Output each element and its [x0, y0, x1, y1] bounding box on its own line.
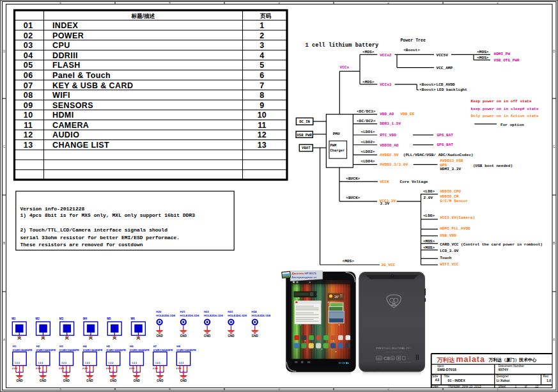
svg-text:For option: For option — [500, 123, 524, 127]
svg-text:CPU: CPU — [52, 41, 70, 50]
svg-text:VCC5V: VCC5V — [437, 53, 449, 58]
svg-text:HOLE2D6-1D8: HOLE2D6-1D8 — [204, 314, 223, 317]
svg-text:<MOS>: <MOS> — [423, 246, 435, 250]
svg-text:07: 07 — [24, 81, 33, 90]
svg-text:GND: GND — [180, 379, 187, 382]
svg-text:5: 5 — [260, 61, 264, 70]
svg-text:Sheet: Sheet — [498, 385, 506, 388]
svg-text:P P P: P P P — [153, 368, 159, 370]
svg-text:1 2 3: 1 2 3 — [109, 362, 114, 365]
svg-text:GND: GND — [16, 379, 23, 382]
svg-text:Rev: Rev — [543, 375, 549, 378]
svg-text:04: 04 — [24, 51, 33, 60]
svg-text:05: 05 — [24, 61, 33, 70]
svg-text:M6: M6 — [131, 317, 136, 320]
svg-text:serial 33ohm resistor for bett: serial 33ohm resistor for better EMI/ESD… — [20, 235, 180, 240]
svg-text:keep power on in sleep# state: keep power on in sleep# state — [471, 107, 539, 111]
svg-text:GND: GND — [86, 379, 93, 382]
svg-text:GND: GND — [204, 334, 211, 338]
svg-text:12: 12 — [24, 130, 33, 139]
svg-text:HOLE2D6-1D8: HOLE2D6-1D8 — [228, 314, 247, 317]
svg-text:HOLE2D6-1D8: HOLE2D6-1D8 — [252, 314, 271, 317]
svg-text:1 2 3: 1 2 3 — [155, 362, 160, 365]
svg-text:USB_OTG_PWR: USB_OTG_PWR — [494, 58, 520, 63]
svg-text:06: 06 — [24, 71, 33, 80]
svg-text:VDD_AO: VDD_AO — [380, 112, 394, 116]
svg-text:Li Xuhui: Li Xuhui — [497, 379, 510, 382]
svg-text:LCD_3.0V: LCD_3.0V — [440, 249, 459, 253]
svg-text:01 - INDEX: 01 - INDEX — [448, 379, 466, 382]
svg-text:(Control the card power in rom: (Control the card power in romboot) — [461, 242, 543, 247]
svg-text:B: B — [3, 242, 5, 245]
svg-text:1 2 3: 1 2 3 — [179, 362, 184, 365]
svg-text:H8: H8 — [176, 345, 180, 348]
svg-text:H3: H3 — [59, 345, 63, 348]
svg-text:These resistors are removed fo: These resistors are removed for costdown — [20, 242, 143, 247]
svg-text:11: 11 — [24, 121, 33, 130]
svg-text:PWM: PWM — [330, 144, 337, 148]
svg-text:CARD_VCC: CARD_VCC — [440, 242, 459, 247]
svg-text:E: E — [392, 357, 394, 360]
svg-text:H1: H1 — [13, 345, 17, 348]
svg-text:1: 1 — [515, 385, 516, 388]
svg-text:KEY & USB & CARD: KEY & USB & CARD — [52, 81, 133, 90]
svg-text:01: 01 — [24, 21, 33, 30]
svg-text:Core Voltage: Core Voltage — [400, 180, 428, 184]
svg-text:<MOS>: <MOS> — [477, 50, 489, 54]
svg-text:H4: H4 — [83, 345, 87, 348]
svg-text:HDMI_PLL_AVDD: HDMI_PLL_AVDD — [440, 226, 470, 231]
svg-text:VCCx3: VCCx3 — [380, 82, 392, 87]
svg-text:FLASH: FLASH — [52, 61, 81, 70]
svg-text:Only power on in Active state: Only power on in Active state — [471, 114, 539, 118]
svg-text:页码: 页码 — [260, 13, 272, 19]
svg-text:3G_VCC: 3G_VCC — [381, 263, 395, 267]
svg-text:GND: GND — [63, 379, 70, 382]
svg-text:VCCx2: VCCx2 — [380, 53, 392, 58]
svg-text:P P P: P P P — [59, 368, 65, 370]
svg-text:GPS_BAT: GPS_BAT — [437, 133, 453, 137]
svg-text:M2: M2 — [36, 317, 40, 320]
svg-text:<DC/DC2>: <DC/DC2> — [357, 119, 376, 123]
svg-text:HOLE2D6-1D8: HOLE2D6-1D8 — [156, 314, 175, 317]
svg-text:<Boost>: <Boost> — [419, 88, 436, 92]
svg-text:P P P: P P P — [130, 368, 136, 370]
svg-text:1.0: 1.0 — [546, 379, 551, 382]
svg-text:SER: SER — [377, 357, 382, 360]
svg-text:A: A — [3, 338, 5, 341]
svg-text:DDRIII: DDRIII — [52, 51, 78, 60]
svg-text:6: 6 — [260, 71, 264, 80]
svg-text:<MOS>: <MOS> — [343, 259, 355, 263]
svg-text:P P P: P P P — [82, 368, 88, 370]
svg-text:VDDIO_CPU: VDDIO_CPU — [440, 189, 461, 194]
svg-text:3.3V: 3.3V — [380, 201, 390, 206]
svg-text:9: 9 — [260, 101, 264, 110]
svg-text:GND: GND — [110, 379, 117, 382]
svg-text:H22: H22 — [204, 310, 210, 313]
svg-text:malata: malata — [456, 355, 485, 364]
svg-text:VCC_AMP: VCC_AMP — [437, 66, 453, 70]
svg-text:<MOS>: <MOS> — [477, 56, 489, 60]
svg-text:HDMI_PW: HDMI_PW — [494, 52, 511, 56]
svg-text:1) 4pcs 8bit is for MXS only,: 1) 4pcs 8bit is for MXS only, MXL only s… — [20, 212, 196, 218]
svg-text:CAMERA: CAMERA — [52, 121, 89, 130]
svg-text:IC6RC36089FR: IC6RC36089FR — [106, 349, 126, 352]
svg-text:03: 03 — [24, 41, 33, 50]
svg-text:USB_VDD: USB_VDD — [440, 233, 456, 238]
svg-text:09: 09 — [24, 101, 33, 110]
svg-text:IC6RC36089FR: IC6RC36089FR — [153, 349, 173, 352]
svg-text:<BUCK>: <BUCK> — [346, 176, 360, 181]
svg-text:H7: H7 — [153, 345, 157, 348]
svg-text:HOLE2D6-1D8: HOLE2D6-1D8 — [180, 314, 199, 317]
svg-text:<MOS>: <MOS> — [423, 239, 435, 244]
svg-text:G/C/M Sensor: G/C/M Sensor — [440, 199, 468, 203]
svg-text:IC6RC36089FR: IC6RC36089FR — [36, 349, 56, 352]
svg-text:Power Tree: Power Tree — [400, 38, 426, 43]
svg-text:INDEX: INDEX — [52, 21, 78, 30]
svg-text:M4: M4 — [83, 317, 88, 320]
svg-text:AUDIO: AUDIO — [52, 130, 79, 139]
svg-text:<LDO2>: <LDO2> — [361, 140, 375, 145]
svg-text:Keep power on in off state: Keep power on in off state — [471, 99, 532, 104]
svg-text:12: 12 — [258, 130, 267, 139]
svg-text:GPS_BAT: GPS_BAT — [437, 143, 453, 147]
svg-text:1 2 3: 1 2 3 — [15, 362, 20, 365]
